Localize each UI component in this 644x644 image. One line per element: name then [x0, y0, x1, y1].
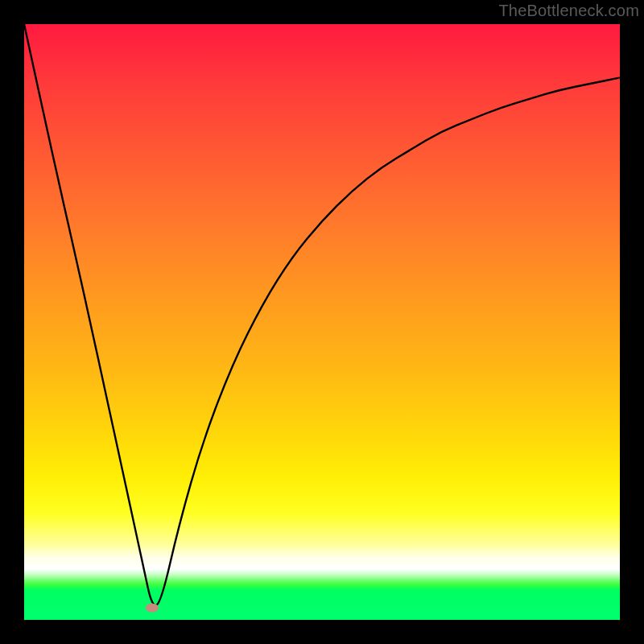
watermark-text: TheBottleneck.com — [498, 2, 639, 20]
chart-frame: TheBottleneck.com — [0, 0, 644, 644]
curve-svg — [24, 24, 620, 620]
bottleneck-marker — [146, 604, 159, 613]
bottleneck-curve-path — [24, 24, 620, 605]
plot-area — [24, 24, 620, 620]
